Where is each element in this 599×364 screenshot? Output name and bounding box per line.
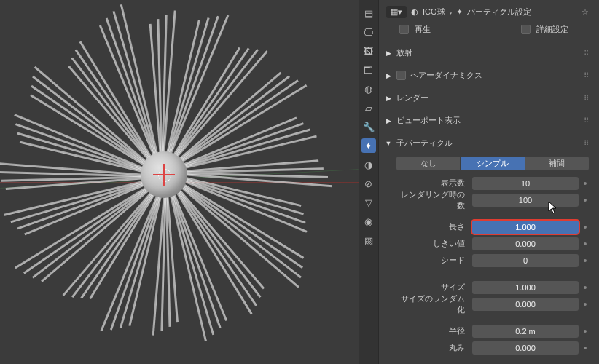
particles-tab[interactable]: ✦ — [361, 138, 376, 153]
seed-label: シード — [396, 255, 469, 266]
section-render-label: レンダー — [396, 92, 428, 103]
chevron-right-icon: › — [450, 8, 453, 17]
section-viewport-label: ビューポート表示 — [396, 115, 461, 126]
replay-label: 再生 — [415, 24, 431, 35]
children-type-segmented: なし シンプル 補間 — [396, 157, 589, 170]
triangle-right-icon: ▶ — [385, 50, 392, 57]
drag-dots-icon[interactable]: ⠿ — [584, 49, 590, 57]
size-field[interactable]: 1.000 — [472, 281, 579, 294]
anim-dot-icon[interactable]: • — [582, 328, 589, 335]
triangle-right-icon: ▶ — [385, 117, 392, 124]
section-emission[interactable]: ▶ 放射 ⠿ — [382, 44, 593, 62]
section-viewport[interactable]: ▶ ビューポート表示 ⠿ — [382, 111, 593, 130]
scene-tab[interactable]: 🗔 — [361, 63, 376, 77]
radius-field[interactable]: 0.2 m — [472, 325, 579, 338]
children-type-interpolated[interactable]: 補間 — [525, 157, 589, 170]
anim-dot-icon[interactable]: • — [582, 344, 589, 352]
drag-dots-icon[interactable]: ⠿ — [584, 71, 590, 79]
properties-tabs: ▤🖵🖼🗔◍▱🔧✦◑⊘▽◉▨ — [359, 0, 379, 364]
triangle-right-icon: ▶ — [385, 72, 392, 79]
children-type-simple[interactable]: シンプル — [461, 157, 525, 170]
drag-dots-icon[interactable]: ⠿ — [584, 116, 590, 124]
section-emission-label: 放射 — [396, 47, 412, 58]
mode-chip[interactable]: ▦▾ — [386, 6, 407, 18]
children-type-none[interactable]: なし — [396, 157, 461, 170]
object-tab[interactable]: ▱ — [361, 100, 376, 115]
display-amount-label: 表示数 — [396, 178, 469, 189]
length-label: 長さ — [396, 221, 469, 232]
output-tab[interactable]: 🖵 — [361, 25, 376, 39]
render-tab[interactable]: ▤ — [361, 6, 376, 20]
roundness-label: 丸み — [396, 342, 469, 353]
anim-dot-icon[interactable]: • — [582, 284, 589, 291]
modifier-tab[interactable]: 🔧 — [361, 119, 376, 134]
particle-icon: ✦ — [456, 7, 463, 17]
size-random-field[interactable]: 0.000 — [472, 298, 579, 311]
threshold-field[interactable]: 0.000 — [472, 237, 579, 250]
physics-tab[interactable]: ◑ — [361, 157, 376, 172]
data-tab[interactable]: ▽ — [361, 195, 376, 210]
radius-label: 半径 — [396, 325, 469, 336]
length-field[interactable]: 1.000 — [472, 221, 579, 234]
hair-dynamics-checkbox[interactable] — [396, 71, 406, 80]
viewport-3d[interactable] — [0, 0, 359, 364]
anim-dot-icon[interactable]: • — [582, 197, 589, 204]
uvsphere-icon: ◐ — [411, 7, 418, 17]
pin-icon[interactable]: ☆ — [582, 7, 589, 17]
constraint-tab[interactable]: ⊘ — [361, 176, 376, 191]
properties-panel: ▤🖵🖼🗔◍▱🔧✦◑⊘▽◉▨ ▦▾ ◐ ICO球 › ✦ パーティクル設定 ☆ 再… — [359, 0, 599, 364]
anim-dot-icon[interactable]: • — [582, 180, 589, 187]
children-body: なし シンプル 補間 表示数10• レンダリング時の数100• 長さ1.000•… — [382, 154, 593, 357]
drag-dots-icon[interactable]: ⠿ — [584, 139, 590, 147]
anim-dot-icon[interactable]: • — [582, 257, 589, 264]
section-children[interactable]: ▼ 子パーティクル ⠿ — [382, 134, 593, 152]
cursor-3d — [156, 167, 172, 183]
render-amount-label: レンダリング時の数 — [396, 189, 469, 211]
display-amount-field[interactable]: 10 — [472, 177, 579, 190]
anim-dot-icon[interactable]: • — [582, 223, 589, 231]
properties-area: ▦▾ ◐ ICO球 › ✦ パーティクル設定 ☆ 再生 詳細設定 ▶ 放射 ⠿ … — [379, 0, 599, 364]
world-tab[interactable]: ◍ — [361, 82, 376, 96]
drag-dots-icon[interactable]: ⠿ — [584, 94, 590, 102]
triangle-down-icon: ▼ — [385, 140, 392, 147]
anim-dot-icon[interactable]: • — [582, 301, 589, 308]
size-label: サイズ — [396, 282, 469, 293]
threshold-label: しきい値 — [396, 238, 469, 249]
anim-dot-icon[interactable]: • — [582, 240, 589, 248]
section-hair-dynamics-label: ヘアーダイナミクス — [410, 70, 482, 81]
material-tab[interactable]: ◉ — [361, 214, 376, 229]
advanced-checkbox[interactable] — [521, 25, 531, 34]
seed-field[interactable]: 0 — [472, 254, 579, 267]
breadcrumb-object[interactable]: ICO球 — [423, 7, 445, 17]
render-amount-field[interactable]: 100 — [472, 194, 579, 207]
breadcrumb-particles[interactable]: パーティクル設定 — [467, 7, 531, 17]
replay-checkbox[interactable] — [399, 25, 409, 34]
viewlayer-tab[interactable]: 🖼 — [361, 44, 376, 58]
triangle-right-icon: ▶ — [385, 95, 392, 102]
advanced-label: 詳細設定 — [536, 24, 568, 35]
section-children-label: 子パーティクル — [396, 138, 453, 149]
texture-tab[interactable]: ▨ — [361, 233, 376, 248]
breadcrumb: ▦▾ ◐ ICO球 › ✦ パーティクル設定 ☆ — [382, 3, 593, 21]
size-random-label: サイズのランダム化 — [396, 293, 469, 315]
section-render[interactable]: ▶ レンダー ⠿ — [382, 89, 593, 107]
section-hair-dynamics[interactable]: ▶ ヘアーダイナミクス ⠿ — [382, 66, 593, 84]
roundness-field[interactable]: 0.000 — [472, 341, 579, 355]
